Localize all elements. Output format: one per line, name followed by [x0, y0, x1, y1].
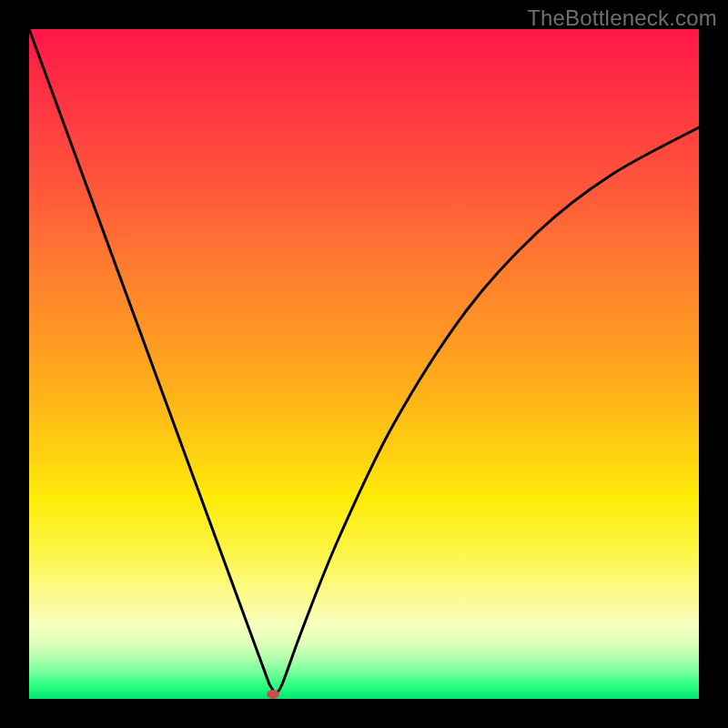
chart-container: TheBottleneck.com [0, 0, 728, 728]
curve-svg [29, 29, 699, 699]
bottleneck-curve [29, 29, 699, 693]
watermark-text: TheBottleneck.com [527, 5, 717, 31]
plot-area [29, 29, 699, 699]
minimum-marker [267, 690, 279, 699]
